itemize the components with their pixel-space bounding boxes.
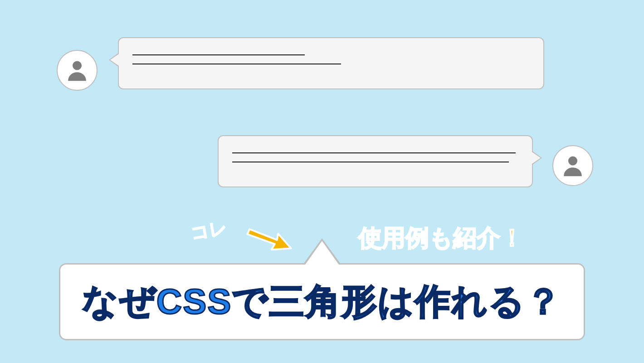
triangle-tail-icon [109,53,119,67]
placeholder-line [132,64,341,64]
main-title: なぜCSSで三角形は作れる？ [82,278,562,326]
speech-bubble-right [218,135,533,187]
annotation-example-intro: 使用例も紹介！ [358,222,524,254]
person-icon [560,153,585,178]
avatar-left [57,50,98,91]
placeholder-line [232,152,516,153]
person-icon [64,58,90,83]
annotation-kore: コレ [189,215,229,245]
speech-bubble-left [118,37,544,89]
svg-point-0 [73,61,82,70]
placeholder-line [232,162,509,162]
title-callout: なぜCSSで三角形は作れる？ [59,263,585,340]
avatar-right [552,145,593,186]
placeholder-line [132,54,305,55]
triangle-tail-icon [303,238,341,265]
triangle-tail-icon [532,151,542,165]
arrow-icon [242,221,297,259]
svg-point-1 [568,156,577,165]
